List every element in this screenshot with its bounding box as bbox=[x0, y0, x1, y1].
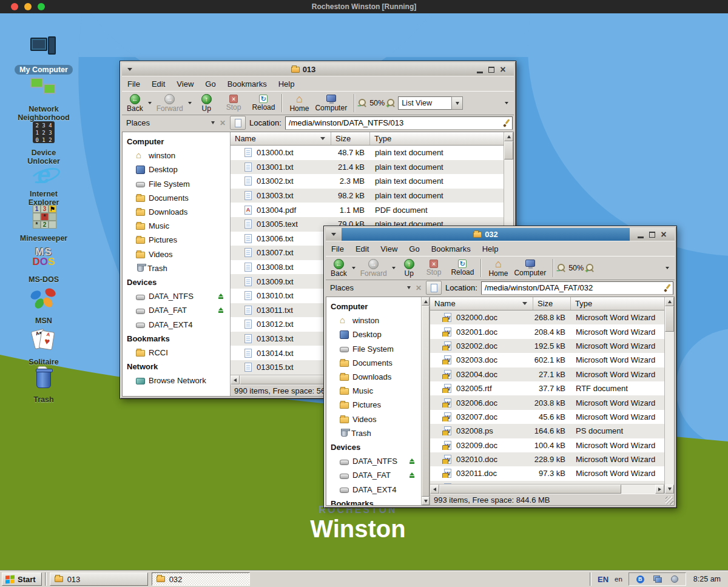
scroll-left-button[interactable] bbox=[231, 375, 240, 384]
sidebar-item-desktop[interactable]: Desktop bbox=[326, 327, 421, 341]
places-sidebar[interactable]: Computer winston Desktop File System Doc… bbox=[326, 297, 430, 505]
home-button[interactable]: ⌂Home bbox=[286, 93, 312, 113]
desktop-icon-ms-dos[interactable]: MSDOS MS-DOS bbox=[15, 245, 73, 284]
view-mode-combobox[interactable]: List View bbox=[398, 96, 463, 110]
menu-item[interactable]: File bbox=[331, 244, 344, 253]
maximize-button[interactable] bbox=[649, 232, 655, 238]
eject-icon[interactable] bbox=[409, 472, 415, 478]
scroll-down-button[interactable] bbox=[665, 485, 674, 494]
toolbar-overflow[interactable] bbox=[666, 267, 669, 269]
scrollbar-thumb[interactable] bbox=[422, 306, 430, 497]
menu-item[interactable]: File bbox=[127, 79, 140, 89]
sidebar-item-winston[interactable]: winston bbox=[123, 149, 230, 163]
table-row[interactable]: 032008.ps 164.6 kB PS document bbox=[430, 424, 664, 438]
minimize-button[interactable] bbox=[638, 236, 644, 238]
desktop-icon-solitaire[interactable]: A♠A♥ Solitaire bbox=[15, 327, 73, 367]
stop-button[interactable]: ×Stop bbox=[423, 259, 445, 277]
sidebar-item-music[interactable]: Music bbox=[326, 384, 421, 398]
titlebar[interactable]: 013 × bbox=[122, 63, 514, 76]
desktop-icon-internet-explorer[interactable]: e Internet Explorer bbox=[15, 161, 73, 207]
sidebar-item-downloads[interactable]: Downloads bbox=[123, 205, 230, 219]
zoom-in-icon[interactable]: + bbox=[387, 99, 396, 107]
table-row[interactable]: 032004.doc 27.1 kB Microsoft Word Wizard bbox=[430, 367, 664, 381]
table-row[interactable]: 013003.txt 98.2 kB plain text document bbox=[231, 189, 504, 203]
computer-button[interactable]: Computer bbox=[312, 94, 350, 113]
close-button[interactable]: × bbox=[661, 230, 666, 239]
menu-item[interactable]: Bookmarks bbox=[431, 244, 471, 253]
taskbar-task-032[interactable]: 032 bbox=[152, 572, 250, 586]
network-icon[interactable] bbox=[653, 575, 662, 583]
scroll-up-button[interactable] bbox=[665, 297, 674, 306]
back-button[interactable]: ←Back bbox=[124, 93, 146, 113]
sidebar-item-file-system[interactable]: File System bbox=[326, 342, 421, 356]
desktop-icon-network-neighborhood[interactable]: Network Neighborhood bbox=[15, 76, 73, 122]
vertical-scrollbar[interactable] bbox=[664, 297, 674, 494]
table-row[interactable]: 032006.doc 203.8 kB Microsoft Word Wizar… bbox=[430, 395, 664, 409]
minimize-button[interactable] bbox=[477, 72, 483, 73]
start-button[interactable]: Start bbox=[2, 572, 42, 586]
menu-item[interactable]: Bookmarks bbox=[228, 79, 267, 89]
up-button[interactable]: ↑Up bbox=[401, 258, 417, 278]
sidebar-item-music[interactable]: Music bbox=[123, 219, 230, 233]
sidebar-item-videos[interactable]: Videos bbox=[326, 412, 421, 426]
table-row[interactable]: 032007.doc 45.6 kB Microsoft Word Wizard bbox=[430, 410, 664, 424]
language-indicator-secondary[interactable]: en bbox=[615, 575, 622, 583]
table-row[interactable]: 032005.rtf 37.7 kB RTF document bbox=[430, 381, 664, 395]
sidebar-item-data-ext4[interactable]: DATA_EXT4 bbox=[326, 482, 421, 496]
table-row[interactable]: 013001.txt 21.4 kB plain text document bbox=[231, 160, 504, 175]
scroll-up-button[interactable] bbox=[504, 132, 513, 141]
table-row[interactable]: 032009.doc 100.4 kB Microsoft Word Wizar… bbox=[430, 438, 664, 452]
places-panel-header[interactable]: Places ✕ bbox=[122, 118, 230, 127]
titlebar[interactable]: 032 × bbox=[326, 228, 675, 241]
forward-button[interactable]: →Forward bbox=[153, 93, 186, 113]
sidebar-item-pictures[interactable]: Pictures bbox=[326, 398, 421, 412]
forward-button[interactable]: →Forward bbox=[357, 258, 390, 278]
scroll-down-button[interactable] bbox=[422, 497, 430, 505]
new-tab-button[interactable] bbox=[230, 116, 246, 130]
eject-icon[interactable] bbox=[409, 458, 415, 465]
table-row[interactable]: 032002.doc 192.5 kB Microsoft Word Wizar… bbox=[430, 339, 664, 353]
menu-item[interactable]: Edit bbox=[356, 244, 369, 253]
location-input[interactable]: /media/winston/DATA_FAT/032 bbox=[481, 281, 673, 295]
horizontal-scrollbar[interactable] bbox=[430, 484, 664, 494]
close-button[interactable]: × bbox=[500, 65, 505, 74]
menu-item[interactable]: Edit bbox=[152, 79, 165, 89]
maximize-button[interactable] bbox=[488, 67, 494, 73]
column-header-name[interactable]: Name bbox=[430, 297, 533, 310]
scrollbar-thumb[interactable] bbox=[665, 306, 674, 332]
sidebar-scrollbar[interactable] bbox=[421, 297, 430, 505]
places-panel-header[interactable]: Places ✕ bbox=[326, 283, 426, 292]
file-manager-window-032[interactable]: 032 × FileEditViewGoBookmarksHelp ←Back … bbox=[323, 226, 677, 508]
menu-item[interactable]: View bbox=[380, 244, 397, 253]
column-header-size[interactable]: Size bbox=[533, 297, 571, 310]
chevron-down-icon[interactable] bbox=[211, 121, 215, 124]
sidebar-item-pictures[interactable]: Pictures bbox=[123, 233, 230, 247]
sidebar-item-rcci[interactable]: RCCI bbox=[123, 346, 230, 360]
resize-grip[interactable] bbox=[666, 497, 673, 505]
sidebar-item-trash[interactable]: Trash bbox=[326, 426, 421, 440]
forward-dropdown[interactable] bbox=[188, 102, 192, 104]
up-button[interactable]: ↑Up bbox=[198, 93, 215, 113]
desktop-icon-my-computer[interactable]: My Computer bbox=[15, 35, 73, 75]
column-header-size[interactable]: Size bbox=[331, 132, 370, 145]
close-panel-icon[interactable]: ✕ bbox=[220, 119, 226, 127]
zoom-in-icon[interactable]: + bbox=[586, 264, 595, 272]
scrollbar-thumb[interactable] bbox=[504, 141, 513, 159]
scroll-up-button[interactable] bbox=[422, 297, 430, 306]
minimize-traffic-light[interactable] bbox=[24, 3, 32, 10]
column-header-type[interactable]: Type bbox=[370, 132, 504, 145]
home-button[interactable]: ⌂Home bbox=[485, 258, 511, 278]
stop-button[interactable]: ×Stop bbox=[223, 94, 244, 112]
zoom-out-icon[interactable]: − bbox=[558, 264, 566, 272]
table-row[interactable]: 032000.doc 268.8 kB Microsoft Word Wizar… bbox=[430, 310, 664, 324]
close-traffic-light[interactable] bbox=[11, 3, 18, 10]
sidebar-item-downloads[interactable]: Downloads bbox=[326, 370, 421, 384]
location-input[interactable]: /media/winston/DATA_NTFS/013 bbox=[285, 116, 513, 130]
zoom-traffic-light[interactable] bbox=[38, 3, 45, 10]
menu-item[interactable]: View bbox=[177, 79, 194, 89]
table-row[interactable]: 032010.doc 228.9 kB Microsoft Word Wizar… bbox=[430, 452, 664, 466]
sidebar-item-data-ntfs[interactable]: DATA_NTFS bbox=[123, 289, 230, 303]
window-menu-button[interactable] bbox=[326, 228, 342, 241]
table-row[interactable]: 032003.doc 602.1 kB Microsoft Word Wizar… bbox=[430, 353, 664, 367]
updates-icon[interactable] bbox=[671, 575, 678, 583]
